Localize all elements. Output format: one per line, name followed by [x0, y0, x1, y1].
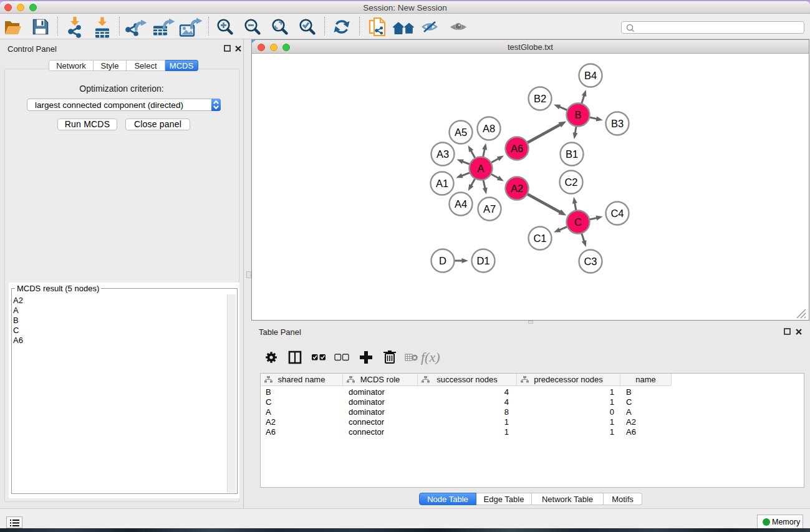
svg-text:B2: B2 — [534, 93, 546, 104]
svg-text:C3: C3 — [584, 256, 597, 267]
svg-text:C2: C2 — [564, 177, 577, 188]
svg-text:A7: A7 — [483, 203, 496, 215]
svg-text:A: A — [477, 163, 484, 174]
svg-text:B: B — [574, 109, 581, 120]
svg-text:A2: A2 — [511, 183, 523, 194]
svg-text:A3: A3 — [436, 148, 449, 160]
svg-text:C: C — [574, 216, 582, 228]
svg-text:A5: A5 — [455, 127, 467, 138]
svg-text:A1: A1 — [436, 178, 448, 189]
svg-text:D: D — [439, 255, 446, 266]
svg-text:D1: D1 — [476, 255, 489, 266]
svg-text:A4: A4 — [455, 198, 467, 210]
svg-text:B3: B3 — [611, 118, 624, 129]
svg-text:A6: A6 — [511, 143, 523, 154]
svg-text:C4: C4 — [610, 208, 624, 219]
svg-text:f(x): f(x) — [421, 349, 440, 365]
svg-text:B4: B4 — [584, 70, 597, 81]
svg-text:A8: A8 — [483, 123, 495, 134]
svg-text:C1: C1 — [533, 233, 546, 244]
svg-text:B1: B1 — [566, 148, 578, 160]
